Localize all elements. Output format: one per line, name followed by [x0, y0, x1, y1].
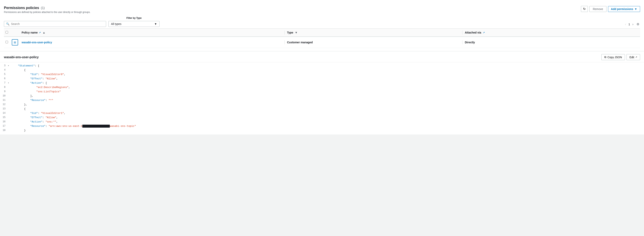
line-content: ],	[12, 94, 644, 97]
line-toggle	[8, 107, 12, 108]
search-input[interactable]	[11, 22, 104, 25]
line-toggle	[8, 73, 12, 73]
remove-button[interactable]: Remove	[590, 6, 606, 12]
row-attached-via-col: Directly	[465, 41, 640, 44]
policy-detail-section: wasabi-sns-user-policy ⧉ Copy JSON Edit …	[0, 51, 644, 134]
line-content: "Statement": [	[12, 64, 644, 67]
col-divider-2	[462, 31, 462, 34]
line-toggle[interactable]: ▾	[8, 64, 12, 67]
type-filter-icon[interactable]: ▼	[295, 31, 298, 34]
edit-button[interactable]: Edit ↗	[626, 54, 640, 60]
policy-icon: ⊞	[12, 39, 18, 45]
filter-by-type-label: Filter by Type	[108, 17, 160, 19]
row-checkbox[interactable]	[6, 41, 8, 43]
refresh-button[interactable]: ↻	[581, 6, 588, 12]
line-content: },	[12, 103, 644, 106]
page-number: 1	[628, 23, 630, 26]
line-toggle	[8, 103, 12, 103]
line-number: 3	[0, 64, 8, 67]
line-toggle	[8, 128, 12, 129]
select-all-checkbox[interactable]	[6, 31, 8, 33]
json-line: 3▾ "Statement": [	[0, 64, 644, 68]
line-toggle	[8, 94, 12, 95]
column-header-attached-via: Attached via ↗	[465, 31, 640, 34]
copy-json-button[interactable]: ⧉ Copy JSON	[601, 54, 625, 60]
copy-icon: ⧉	[604, 55, 606, 59]
policy-name-col-label: Policy name	[22, 31, 38, 34]
json-line: 7▾ "Action": [	[0, 81, 644, 86]
json-key: "Effect"	[30, 116, 42, 119]
search-group: 🔍	[4, 21, 106, 27]
line-toggle	[8, 111, 12, 112]
type-selected-value: All types	[111, 22, 122, 25]
add-permissions-button[interactable]: Add permissions ▼	[608, 6, 640, 12]
pagination-area: ‹ 1 › ⚙	[624, 21, 640, 27]
dropdown-chevron-icon: ▼	[154, 22, 157, 25]
header-checkbox-col	[4, 31, 12, 34]
line-toggle	[8, 120, 12, 120]
json-punctuation: :	[38, 112, 41, 115]
row-type-value: Customer managed	[287, 41, 313, 44]
line-toggle[interactable]: ▾	[8, 81, 12, 84]
json-string: "arn:aws:sns:us-east-1	[48, 125, 82, 128]
search-box[interactable]: 🔍	[4, 21, 106, 27]
line-content: "ec2:DescribeRegions",	[12, 86, 644, 89]
json-line: 17 "Resource": "arn:aws:sns:us-east-1 wa…	[0, 124, 644, 128]
json-key: "Sid"	[30, 73, 38, 76]
line-toggle	[8, 116, 12, 116]
line-toggle	[8, 90, 12, 90]
json-string: "*"	[48, 99, 53, 102]
line-content: "sns:ListTopics"	[12, 90, 644, 93]
line-content: "Resource": "*"	[12, 98, 644, 102]
add-permissions-label: Add permissions	[611, 7, 634, 10]
json-key: "Sid"	[30, 112, 38, 115]
row-divider-2	[462, 40, 462, 44]
filter-type-group: Filter by Type All types ▼	[108, 17, 160, 27]
sort-icon[interactable]: ▲	[43, 31, 46, 34]
json-editor: 3▾ "Statement": [4 {5 "Sid": "VisualEdit…	[0, 62, 644, 134]
line-number: 10	[0, 94, 8, 97]
json-key: "Resource"	[30, 99, 46, 102]
json-line: 4 {	[0, 68, 644, 73]
policy-name-link[interactable]: wasabi-sns-user-policy	[22, 41, 52, 44]
json-bracket: {	[24, 69, 26, 72]
json-bracket: },	[24, 103, 27, 106]
line-content: "Sid": "VisualEditor1",	[12, 111, 644, 115]
json-string: wasabi-sns-topic"	[110, 125, 136, 128]
line-content: "Action": "sns:*",	[12, 120, 644, 123]
attached-via-col-label: Attached via	[465, 31, 481, 34]
permissions-table: Policy name ↗ ▲ Type ▼ Attached via ↗	[4, 28, 640, 48]
pagination-prev-button[interactable]: ‹	[624, 22, 627, 27]
external-link-icon: ↗	[39, 31, 41, 34]
line-number: 5	[0, 73, 8, 76]
edit-label: Edit	[630, 56, 634, 59]
json-key: "Effect"	[30, 77, 42, 80]
json-string: "Allow"	[46, 77, 56, 80]
table-header-row: Policy name ↗ ▲ Type ▼ Attached via ↗	[4, 29, 640, 37]
type-select-dropdown[interactable]: All types ▼	[108, 21, 160, 27]
line-number: 14	[0, 111, 8, 115]
json-line: 8 "ec2:DescribeRegions",	[0, 86, 644, 90]
line-number: 9	[0, 90, 8, 93]
json-line: 14 "Sid": "VisualEditor1",	[0, 111, 644, 116]
json-string: "VisualEditor1"	[41, 112, 64, 115]
column-header-policy-name: Policy name ↗ ▲	[22, 31, 284, 34]
line-content: {	[12, 68, 644, 72]
json-line: 18 }	[0, 128, 644, 133]
page-subtitle: Permissions are defined by policies atta…	[4, 11, 90, 13]
row-policy-name-col: wasabi-sns-user-policy	[22, 41, 284, 44]
line-number: 18	[0, 128, 8, 132]
json-line: 6 "Effect": "Allow",	[0, 77, 644, 81]
column-header-type: Type ▼	[287, 31, 462, 34]
json-string: "Allow"	[46, 116, 56, 119]
settings-icon-button[interactable]: ⚙	[636, 21, 640, 27]
pagination-next-button[interactable]: ›	[631, 22, 634, 27]
json-punctuation: : [	[42, 82, 47, 85]
json-bracket: }	[24, 129, 26, 132]
json-line: 12 },	[0, 103, 644, 107]
json-punctuation: ,	[56, 120, 58, 123]
line-toggle	[8, 77, 12, 77]
policy-count: (1)	[41, 6, 45, 9]
policy-detail-title: wasabi-sns-user-policy	[4, 55, 39, 59]
col-divider-1	[284, 31, 285, 34]
